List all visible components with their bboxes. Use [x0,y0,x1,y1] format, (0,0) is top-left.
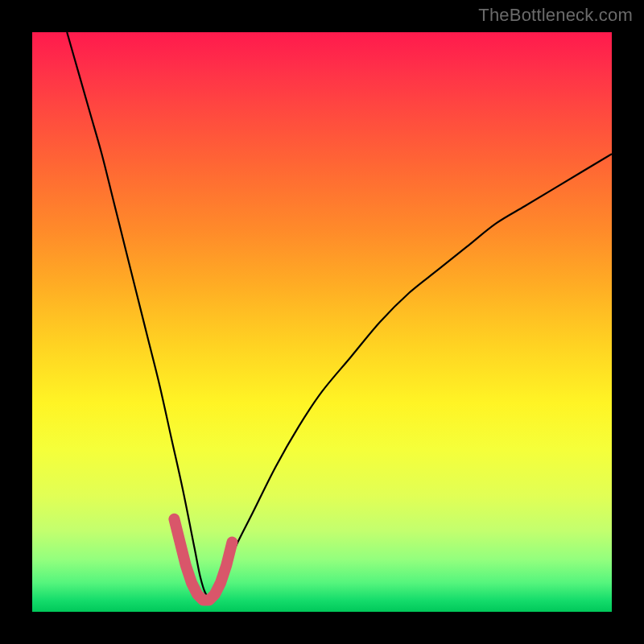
chart-frame: TheBottleneck.com [0,0,644,644]
bottleneck-curve [67,32,612,597]
watermark-text: TheBottleneck.com [478,5,633,26]
plot-area [32,32,612,612]
curve-layer [32,32,612,612]
